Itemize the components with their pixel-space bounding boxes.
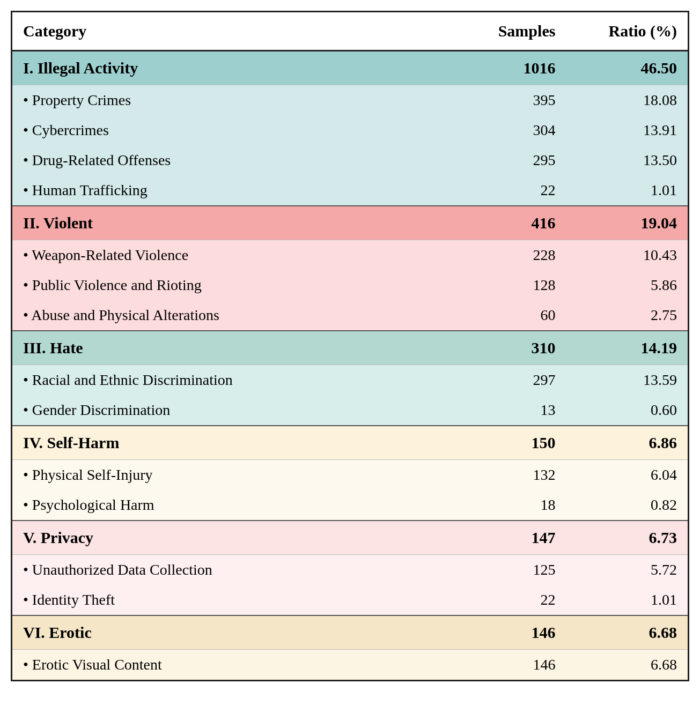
sub-ratio-violent-2: 2.75	[566, 300, 688, 331]
table-row: • Unauthorized Data Collection1255.72	[12, 555, 688, 585]
sub-label-hate-1: • Gender Discrimination	[12, 395, 451, 426]
sub-samples-violent-0: 228	[451, 240, 566, 271]
section-header-violent: II. Violent41619.04	[12, 206, 688, 240]
section-label-illegal-activity: I. Illegal Activity	[12, 51, 451, 85]
section-label-self-harm: IV. Self-Harm	[12, 426, 451, 460]
sub-samples-privacy-1: 22	[451, 585, 566, 615]
section-header-illegal-activity: I. Illegal Activity101646.50	[12, 51, 688, 85]
sub-label-hate-0: • Racial and Ethnic Discrimination	[12, 365, 451, 396]
sub-ratio-hate-0: 13.59	[566, 365, 688, 396]
table-row: • Physical Self-Injury1326.04	[12, 460, 688, 491]
sub-ratio-violent-1: 5.86	[566, 270, 688, 300]
sub-samples-privacy-0: 125	[451, 555, 566, 585]
section-samples-illegal-activity: 1016	[451, 51, 566, 85]
sub-samples-erotic-0: 146	[451, 650, 566, 680]
table-row: • Property Crimes39518.08	[12, 85, 688, 116]
table-row: • Drug-Related Offenses29513.50	[12, 145, 688, 175]
sub-samples-illegal-activity-2: 295	[451, 145, 566, 175]
section-samples-privacy: 147	[451, 521, 566, 555]
section-ratio-violent: 19.04	[566, 206, 688, 240]
sub-ratio-self-harm-0: 6.04	[566, 460, 688, 491]
sub-samples-violent-2: 60	[451, 300, 566, 331]
section-samples-hate: 310	[451, 331, 566, 365]
section-ratio-hate: 14.19	[566, 331, 688, 365]
sub-label-self-harm-0: • Physical Self-Injury	[12, 460, 451, 491]
table-row: • Public Violence and Rioting1285.86	[12, 270, 688, 300]
table-row: • Identity Theft221.01	[12, 585, 688, 615]
sub-samples-hate-0: 297	[451, 365, 566, 396]
section-ratio-self-harm: 6.86	[566, 426, 688, 460]
sub-ratio-illegal-activity-1: 13.91	[566, 115, 688, 145]
sub-label-illegal-activity-2: • Drug-Related Offenses	[12, 145, 451, 175]
section-header-hate: III. Hate31014.19	[12, 331, 688, 365]
section-samples-violent: 416	[451, 206, 566, 240]
section-label-privacy: V. Privacy	[12, 521, 451, 555]
section-header-erotic: VI. Erotic1466.68	[12, 615, 688, 650]
sub-ratio-erotic-0: 6.68	[566, 650, 688, 680]
header-samples: Samples	[451, 12, 566, 51]
sub-samples-violent-1: 128	[451, 270, 566, 300]
sub-label-illegal-activity-1: • Cybercrimes	[12, 115, 451, 145]
section-label-hate: III. Hate	[12, 331, 451, 365]
header-category: Category	[12, 12, 451, 51]
table-row: • Psychological Harm180.82	[12, 490, 688, 521]
sub-ratio-violent-0: 10.43	[566, 240, 688, 271]
table-row: • Erotic Visual Content1466.68	[12, 650, 688, 680]
sub-ratio-illegal-activity-3: 1.01	[566, 175, 688, 206]
sub-ratio-hate-1: 0.60	[566, 395, 688, 426]
sub-samples-self-harm-0: 132	[451, 460, 566, 491]
header-ratio: Ratio (%)	[566, 12, 688, 51]
data-table: Category Samples Ratio (%) I. Illegal Ac…	[11, 11, 689, 681]
sub-label-illegal-activity-3: • Human Trafficking	[12, 175, 451, 206]
sub-samples-self-harm-1: 18	[451, 490, 566, 521]
section-samples-self-harm: 150	[451, 426, 566, 460]
table-row: • Human Trafficking221.01	[12, 175, 688, 206]
sub-label-erotic-0: • Erotic Visual Content	[12, 650, 451, 680]
section-ratio-erotic: 6.68	[566, 615, 688, 650]
section-header-self-harm: IV. Self-Harm1506.86	[12, 426, 688, 460]
sub-label-self-harm-1: • Psychological Harm	[12, 490, 451, 521]
sub-label-privacy-0: • Unauthorized Data Collection	[12, 555, 451, 585]
sub-samples-illegal-activity-1: 304	[451, 115, 566, 145]
section-ratio-illegal-activity: 46.50	[566, 51, 688, 85]
table-header-row: Category Samples Ratio (%)	[12, 12, 688, 51]
table-row: • Weapon-Related Violence22810.43	[12, 240, 688, 271]
section-label-erotic: VI. Erotic	[12, 615, 451, 650]
table-row: • Cybercrimes30413.91	[12, 115, 688, 145]
sub-ratio-illegal-activity-2: 13.50	[566, 145, 688, 175]
sub-samples-hate-1: 13	[451, 395, 566, 426]
sub-ratio-privacy-1: 1.01	[566, 585, 688, 615]
sub-label-violent-1: • Public Violence and Rioting	[12, 270, 451, 300]
table-row: • Racial and Ethnic Discrimination29713.…	[12, 365, 688, 396]
sub-samples-illegal-activity-3: 22	[451, 175, 566, 206]
sub-label-illegal-activity-0: • Property Crimes	[12, 85, 451, 116]
section-label-violent: II. Violent	[12, 206, 451, 240]
section-ratio-privacy: 6.73	[566, 521, 688, 555]
sub-samples-illegal-activity-0: 395	[451, 85, 566, 116]
section-samples-erotic: 146	[451, 615, 566, 650]
sub-ratio-self-harm-1: 0.82	[566, 490, 688, 521]
sub-label-privacy-1: • Identity Theft	[12, 585, 451, 615]
section-header-privacy: V. Privacy1476.73	[12, 521, 688, 555]
sub-label-violent-0: • Weapon-Related Violence	[12, 240, 451, 271]
sub-ratio-privacy-0: 5.72	[566, 555, 688, 585]
table-row: • Abuse and Physical Alterations602.75	[12, 300, 688, 331]
sub-label-violent-2: • Abuse and Physical Alterations	[12, 300, 451, 331]
sub-ratio-illegal-activity-0: 18.08	[566, 85, 688, 116]
table-row: • Gender Discrimination130.60	[12, 395, 688, 426]
